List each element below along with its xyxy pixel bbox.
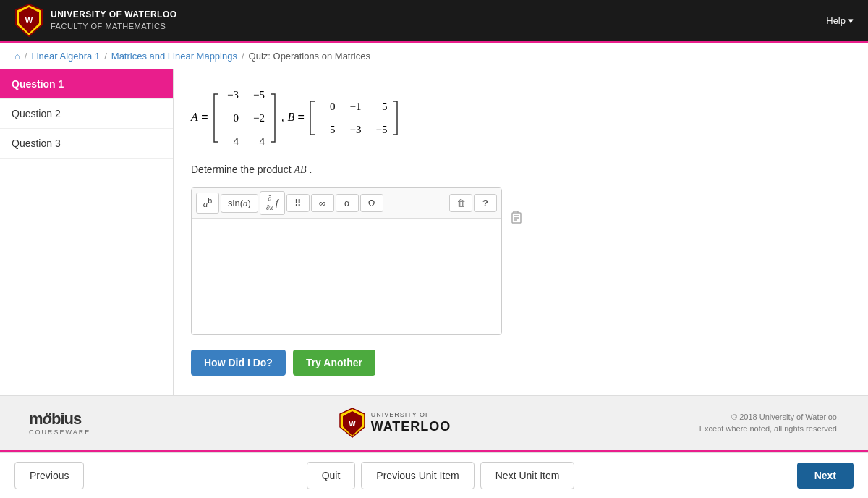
- home-link[interactable]: ⌂: [14, 51, 20, 62]
- copyright-line-1: © 2018 University of Waterloo.: [731, 413, 839, 421]
- footer: möbius COURSEWARE W UNIVERSITY OF WATERL…: [0, 395, 868, 450]
- cell-b-1-2: −5: [373, 119, 387, 140]
- right-bracket-a: [269, 93, 278, 143]
- header-text-block: UNIVERSITY OF WATERLOO FACULTY OF MATHEM…: [51, 9, 177, 31]
- cell-a-0-0: −3: [224, 84, 239, 106]
- previous-unit-button[interactable]: Previous Unit Item: [361, 462, 474, 489]
- home-icon: ⌂: [14, 51, 20, 62]
- math-toolbar: ab sin(a) ∂ ∂x f ⠿ ∞ α Ω 🗑 ?: [192, 188, 501, 219]
- derivative-button[interactable]: ∂ ∂x f: [260, 191, 285, 215]
- matrix-b-row-2: 5 −3 −5: [320, 119, 387, 140]
- help-toolbar-button[interactable]: ?: [474, 194, 497, 212]
- cell-b-1-0: 5: [320, 119, 335, 140]
- cell-a-1-0: 0: [224, 107, 239, 129]
- alpha-button[interactable]: α: [336, 194, 359, 212]
- cell-a-0-1: −5: [250, 84, 265, 106]
- infinity-button[interactable]: ∞: [311, 194, 334, 212]
- left-bracket-a: [211, 93, 220, 143]
- bottom-nav-right: Next: [797, 463, 854, 489]
- chevron-down-icon: ▾: [848, 15, 854, 26]
- cell-a-1-1: −2: [250, 107, 265, 129]
- question-period: .: [309, 164, 312, 175]
- matrix-a-row-2: 0 −2: [224, 107, 265, 129]
- sidebar-item-question-3[interactable]: Question 3: [0, 129, 173, 159]
- breadcrumb: ⌂ / Linear Algebra 1 / Matrices and Line…: [0, 43, 868, 69]
- next-button[interactable]: Next: [797, 463, 854, 489]
- logo-area: W UNIVERSITY OF WATERLOO FACULTY OF MATH…: [14, 3, 177, 38]
- copyright-line-2: Except where noted, all rights reserved.: [699, 424, 839, 433]
- uw-name-label: WATERLOO: [371, 419, 451, 434]
- cell-b-0-0: 0: [320, 96, 335, 117]
- content-area: A = −3 −5 0 −2 4: [174, 69, 868, 395]
- mobius-sub-text: COURSEWARE: [29, 429, 90, 436]
- right-bracket-b: [391, 93, 400, 143]
- svg-text:W: W: [349, 420, 356, 428]
- sidebar-item-question-1[interactable]: Question 1: [0, 69, 173, 99]
- cell-a-2-0: 4: [224, 130, 239, 152]
- bottom-nav-left: Previous: [14, 462, 84, 489]
- mobius-brand-text: möbius: [29, 410, 81, 428]
- main-layout: Question 1 Question 2 Question 3 A = −3 …: [0, 69, 868, 395]
- site-header: W UNIVERSITY OF WATERLOO FACULTY OF MATH…: [0, 0, 868, 41]
- equals-sign: =: [201, 111, 211, 123]
- quit-button[interactable]: Quit: [307, 462, 356, 489]
- question-prefix: Determine the product: [191, 164, 294, 175]
- cell-b-0-1: −1: [346, 96, 361, 117]
- uw-footer-text: UNIVERSITY OF WATERLOO: [371, 411, 451, 434]
- action-buttons: How Did I Do? Try Another: [191, 350, 851, 376]
- uw-of-label: UNIVERSITY OF: [371, 411, 451, 419]
- footer-uw-logo: W UNIVERSITY OF WATERLOO: [339, 408, 451, 438]
- matrix-b-label: B: [287, 111, 294, 123]
- sidebar-item-label: Question 2: [12, 108, 61, 119]
- left-bracket-b: [307, 93, 316, 143]
- breadcrumb-sep-3: /: [242, 51, 244, 62]
- matrix-a-label: A: [191, 111, 198, 123]
- matrix-b-grid: 0 −1 5 5 −3 −5: [320, 96, 387, 140]
- matrix-a-row-3: 4 4: [224, 130, 265, 152]
- uw-shield-logo: W: [14, 3, 43, 38]
- omega-button[interactable]: Ω: [360, 194, 383, 212]
- breadcrumb-link-2[interactable]: Matrices and Linear Mappings: [111, 51, 237, 62]
- help-menu[interactable]: Help ▾: [826, 15, 854, 26]
- clipboard-icon-container[interactable]: [510, 210, 522, 227]
- uw-footer-shield: W: [339, 408, 365, 438]
- help-label: Help: [826, 15, 846, 26]
- delete-button[interactable]: 🗑: [449, 194, 472, 212]
- math-editor: ab sin(a) ∂ ∂x f ⠿ ∞ α Ω 🗑 ?: [191, 187, 502, 335]
- mobius-logo: möbius COURSEWARE: [29, 410, 90, 436]
- matrix-b-row-1: 0 −1 5: [320, 96, 387, 117]
- sidebar-item-question-2[interactable]: Question 2: [0, 99, 173, 129]
- equals-sign-b: =: [298, 111, 308, 123]
- breadcrumb-sep-2: /: [104, 51, 107, 62]
- matrix-a-row-1: −3 −5: [224, 84, 265, 106]
- sidebar: Question 1 Question 2 Question 3: [0, 69, 174, 395]
- question-text: Determine the product AB .: [191, 164, 851, 176]
- breadcrumb-current: Quiz: Operations on Matrices: [249, 51, 370, 62]
- cell-b-0-2: 5: [373, 96, 387, 117]
- sidebar-item-label: Question 3: [12, 138, 61, 149]
- how-did-i-do-button[interactable]: How Did I Do?: [191, 350, 286, 376]
- bottom-navigation: Previous Quit Previous Unit Item Next Un…: [0, 452, 868, 498]
- university-name: UNIVERSITY OF WATERLOO: [51, 9, 177, 21]
- cell-b-1-1: −3: [346, 119, 361, 140]
- math-input-area[interactable]: [192, 219, 501, 334]
- clipboard-icon: [510, 210, 522, 224]
- exponent-button[interactable]: ab: [196, 193, 219, 214]
- next-unit-button[interactable]: Next Unit Item: [480, 462, 575, 489]
- matrix-a-grid: −3 −5 0 −2 4 4: [224, 84, 265, 152]
- matrix-a: −3 −5 0 −2 4 4: [211, 84, 278, 152]
- faculty-name: FACULTY OF MATHEMATICS: [51, 21, 177, 31]
- matrix-button[interactable]: ⠿: [286, 194, 310, 212]
- try-another-button[interactable]: Try Another: [293, 350, 375, 376]
- bottom-nav-center: Quit Previous Unit Item Next Unit Item: [307, 462, 575, 489]
- footer-copyright: © 2018 University of Waterloo. Except wh…: [699, 411, 839, 435]
- breadcrumb-link-1[interactable]: Linear Algebra 1: [31, 51, 100, 62]
- trig-button[interactable]: sin(a): [221, 194, 258, 213]
- breadcrumb-sep-1: /: [25, 51, 27, 62]
- product-label: AB: [294, 164, 306, 175]
- matrix-b: 0 −1 5 5 −3 −5: [307, 93, 400, 143]
- sidebar-item-label: Question 1: [12, 78, 64, 90]
- cell-a-2-1: 4: [250, 130, 265, 152]
- previous-button[interactable]: Previous: [14, 462, 84, 489]
- svg-text:W: W: [25, 16, 33, 25]
